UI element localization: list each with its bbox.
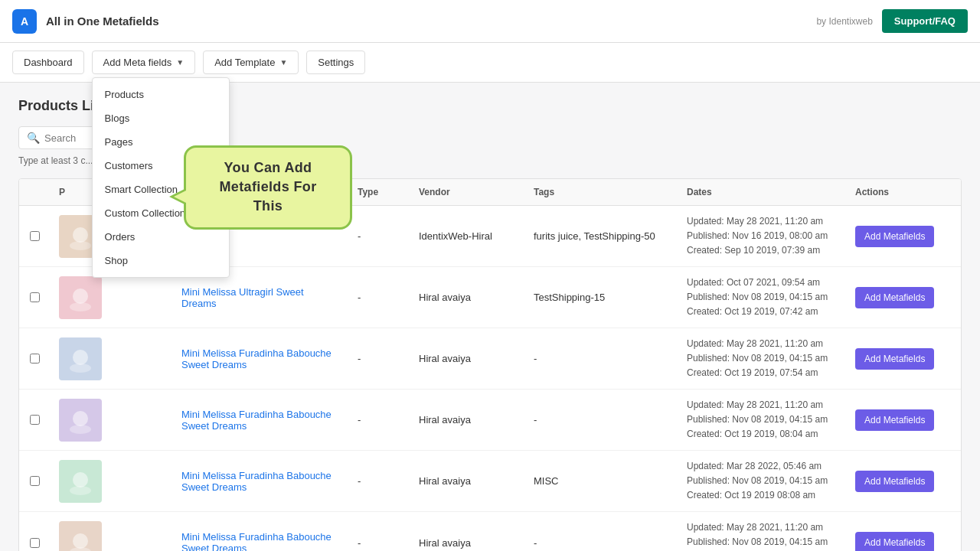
dropdown-item-shop[interactable]: Shop (93, 249, 229, 272)
add-metafields-button[interactable]: Add Metafields (855, 471, 934, 492)
col-vendor: Vendor (410, 187, 524, 197)
row-type: - (348, 223, 410, 249)
row-checkbox-cell (19, 346, 50, 371)
app-icon: A (12, 9, 37, 34)
row-type: - (348, 530, 410, 552)
svg-point-7 (73, 350, 88, 365)
row-dates: Updated: Mar 28 2022, 05:46 amPublished:… (678, 452, 846, 511)
row-checkbox[interactable] (30, 476, 40, 486)
svg-point-11 (70, 425, 91, 434)
row-vendor: Hiral avaiya (410, 345, 524, 372)
row-vendor: Hiral avaiya (410, 284, 524, 311)
row-type: - (348, 468, 410, 494)
row-dates: Updated: May 28 2021, 11:20 amPublished:… (678, 329, 846, 389)
row-image-cell (50, 391, 172, 449)
svg-point-10 (73, 411, 88, 426)
add-metafields-button[interactable]: Add Metafields (855, 409, 934, 431)
row-actions: Add Metafields (846, 279, 961, 316)
table-row: Mini Melissa Furadinha Babouche Sweet Dr… (19, 390, 961, 451)
row-tags: MISC (524, 468, 678, 494)
topbar: A All in One Metafields by Identixweb Su… (0, 0, 980, 43)
product-name[interactable]: Mini Melissa Furadinha Babouche Sweet Dr… (172, 523, 348, 551)
dropdown-item-custom-collection[interactable]: Custom Collection (93, 201, 229, 225)
row-checkbox[interactable] (30, 538, 40, 548)
svg-point-14 (70, 486, 91, 495)
by-label: by Identixweb (816, 16, 872, 27)
add-meta-dropdown-container: Add Meta fields ▼ Products Blogs Pages C… (92, 51, 196, 74)
add-metafields-button[interactable]: Add Metafields (855, 226, 934, 247)
row-dates: Updated: May 28 2021, 11:20 amPublished:… (678, 207, 846, 266)
row-checkbox[interactable] (30, 354, 40, 364)
row-dates: Updated: May 28 2021, 11:20 amPublished:… (678, 390, 846, 450)
settings-button[interactable]: Settings (306, 51, 365, 74)
product-thumbnail (59, 337, 102, 380)
svg-point-16 (73, 533, 88, 549)
dropdown-item-orders[interactable]: Orders (93, 225, 229, 249)
col-dates: Dates (678, 187, 846, 197)
svg-point-5 (70, 302, 91, 311)
row-checkbox-cell (19, 223, 50, 249)
row-vendor: IdentixWeb-Hiral (410, 223, 524, 249)
row-vendor: Hiral avaiya (410, 406, 524, 433)
add-metafields-button[interactable]: Add Metafields (855, 348, 934, 370)
dropdown-item-customers[interactable]: Customers (93, 154, 229, 178)
row-type: - (348, 345, 410, 372)
product-name[interactable]: Mini Melissa Furadinha Babouche Sweet Dr… (172, 401, 348, 439)
row-dates: Updated: Oct 07 2021, 09:54 amPublished:… (678, 268, 846, 328)
row-vendor: Hiral avaiya (410, 468, 524, 494)
product-thumbnail (59, 460, 102, 503)
add-meta-dropdown-menu: Products Blogs Pages Customers Smart Col… (92, 77, 230, 278)
product-name[interactable]: Mini Melissa Furadinha Babouche Sweet Dr… (172, 462, 348, 500)
row-image-cell (50, 514, 172, 551)
product-thumbnail (59, 399, 102, 442)
row-actions: Add Metafields (846, 341, 961, 377)
product-name[interactable]: Mini Melissa Furadinha Babouche Sweet Dr… (172, 340, 348, 378)
svg-point-8 (70, 364, 91, 373)
toolbar: Dashboard Add Meta fields ▼ Products Blo… (0, 43, 980, 83)
row-actions: Add Metafields (846, 524, 961, 551)
add-template-button[interactable]: Add Template ▼ (203, 51, 299, 74)
chevron-down-icon: ▼ (176, 58, 184, 67)
dropdown-item-products[interactable]: Products (93, 83, 229, 106)
row-type: - (348, 406, 410, 433)
row-tags: - (524, 406, 678, 433)
row-tags: furits juice, TestShipping-50 (524, 223, 678, 249)
table-row: Mini Melissa Furadinha Babouche Sweet Dr… (19, 451, 961, 512)
support-faq-button[interactable]: Support/FAQ (882, 9, 968, 33)
table-row: Mini Melissa Furadinha Babouche Sweet Dr… (19, 328, 961, 390)
svg-point-13 (73, 472, 88, 487)
add-metafields-button[interactable]: Add Metafields (855, 287, 934, 308)
product-thumbnail (59, 276, 102, 319)
row-vendor: Hiral avaiya (410, 530, 524, 552)
svg-point-1 (73, 227, 88, 243)
col-tags: Tags (524, 187, 678, 197)
dropdown-item-smart-collection[interactable]: Smart Collection (93, 178, 229, 201)
row-checkbox-cell (19, 407, 50, 432)
product-thumbnail (59, 521, 102, 551)
add-metafields-button[interactable]: Add Metafields (855, 532, 934, 551)
row-image-cell (50, 452, 172, 510)
row-type: - (348, 284, 410, 311)
row-actions: Add Metafields (846, 402, 961, 439)
row-checkbox-cell (19, 530, 50, 552)
dropdown-item-blogs[interactable]: Blogs (93, 106, 229, 130)
dropdown-item-pages[interactable]: Pages (93, 130, 229, 154)
row-actions: Add Metafields (846, 463, 961, 500)
row-tags: TestShipping-15 (524, 284, 678, 311)
row-checkbox[interactable] (30, 231, 40, 241)
row-checkbox[interactable] (30, 415, 40, 425)
row-tags: - (524, 530, 678, 552)
row-dates: Updated: May 28 2021, 11:20 amPublished:… (678, 513, 846, 551)
chevron-down-icon: ▼ (279, 58, 287, 67)
add-meta-fields-button[interactable]: Add Meta fields ▼ (92, 51, 196, 74)
row-actions: Add Metafields (846, 218, 961, 255)
search-icon: 🔍 (27, 132, 40, 144)
row-checkbox[interactable] (30, 292, 40, 302)
svg-point-2 (70, 241, 91, 250)
add-template-dropdown-container: Add Template ▼ (203, 51, 299, 74)
col-actions: Actions (846, 187, 961, 197)
product-name[interactable]: Mini Melissa Ultragirl Sweet Dreams (172, 279, 348, 317)
row-tags: - (524, 345, 678, 372)
dashboard-button[interactable]: Dashboard (12, 51, 84, 74)
col-checkbox (19, 187, 50, 197)
